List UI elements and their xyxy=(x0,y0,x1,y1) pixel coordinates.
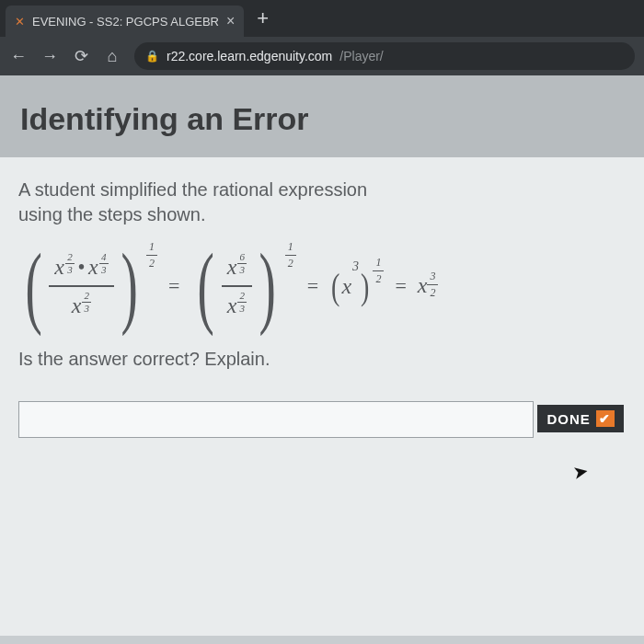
home-icon[interactable]: ⌂ xyxy=(103,47,121,66)
equals-sign: = xyxy=(395,274,406,298)
answer-input[interactable] xyxy=(18,401,534,438)
fraction-1: x 2 3 • x 4 3 xyxy=(49,252,113,320)
check-icon: ✔ xyxy=(596,410,615,427)
prompt-line-2: using the steps shown. xyxy=(18,204,205,224)
x-term: x 3 xyxy=(341,274,359,299)
tab-favicon: ✕ xyxy=(15,15,25,29)
done-button[interactable]: DONE ✔ xyxy=(537,405,623,432)
exponent: 2 3 xyxy=(65,252,75,275)
right-paren-icon: ) xyxy=(361,265,369,308)
browser-toolbar: ← → ⟳ ⌂ 🔒 r22.core.learn.edgenuity.com/P… xyxy=(0,37,644,75)
browser-tab[interactable]: ✕ EVENING - SS2: PGCPS ALGEBR × xyxy=(6,6,244,37)
fraction-2: x 6 3 x 2 3 xyxy=(222,252,253,320)
browser-tab-strip: ✕ EVENING - SS2: PGCPS ALGEBR × + xyxy=(0,0,644,37)
new-tab-button[interactable]: + xyxy=(257,6,269,30)
right-paren-icon: ) xyxy=(259,249,276,323)
left-paren-icon: ( xyxy=(198,249,214,323)
math-term-final: x 3 2 xyxy=(418,273,439,300)
content-panel: A student simplified the rational expres… xyxy=(0,157,644,636)
x-term: x 2 3 xyxy=(227,294,247,316)
cursor-icon: ➤ xyxy=(571,460,591,485)
outer-exponent: 1 2 xyxy=(146,240,157,270)
fraction-1-numerator: x 2 3 • x 4 3 xyxy=(49,252,113,282)
prompt-text: A student simplified the rational expres… xyxy=(18,178,626,227)
outer-exponent: 1 2 xyxy=(373,256,384,286)
back-icon[interactable]: ← xyxy=(9,47,28,66)
reload-icon[interactable]: ⟳ xyxy=(72,46,90,66)
url-path: /Player/ xyxy=(339,49,383,63)
url-host: r22.core.learn.edgenuity.com xyxy=(167,49,332,63)
left-paren-icon: ( xyxy=(25,249,41,323)
math-term-3: ( x 3 ) 1 2 xyxy=(329,265,371,308)
multiply-dot: • xyxy=(78,258,85,276)
forward-icon[interactable]: → xyxy=(40,47,59,66)
done-label: DONE xyxy=(546,411,590,427)
prompt-line-1: A student simplified the rational expres… xyxy=(18,179,367,200)
fraction-2-denominator: x 2 3 xyxy=(222,291,253,320)
lock-icon: 🔒 xyxy=(145,50,159,63)
tab-title: EVENING - SS2: PGCPS ALGEBR xyxy=(32,15,219,29)
equals-sign: = xyxy=(307,274,318,298)
question-text: Is the answer correct? Explain. xyxy=(18,349,626,370)
close-tab-icon[interactable]: × xyxy=(226,13,235,29)
x-term: x 2 3 xyxy=(72,294,92,316)
left-paren-icon: ( xyxy=(331,265,339,308)
exponent: 3 xyxy=(352,259,359,274)
exponent: 2 3 xyxy=(82,291,91,314)
fraction-bar xyxy=(222,285,253,287)
exponent: 2 3 xyxy=(237,291,247,314)
exponent: 3 2 xyxy=(427,270,438,300)
fraction-1-denominator: x 2 3 xyxy=(66,291,98,320)
equals-sign: = xyxy=(168,274,179,298)
page-title: Identifying an Error xyxy=(20,101,624,137)
math-term-2: ( x 6 3 x xyxy=(190,249,282,323)
right-paren-icon: ) xyxy=(121,249,137,323)
page-header: Identifying an Error xyxy=(0,75,644,157)
exponent: 6 3 xyxy=(237,252,247,275)
exponent: 4 3 xyxy=(99,252,109,275)
var-x: x xyxy=(54,256,64,278)
x-term: x 2 3 xyxy=(54,256,75,278)
x-term: x 4 3 xyxy=(88,256,109,278)
address-bar[interactable]: 🔒 r22.core.learn.edgenuity.com/Player/ xyxy=(134,42,635,70)
fraction-bar xyxy=(49,285,113,287)
math-term-1: ( x 2 3 • x 4 xyxy=(18,249,144,323)
outer-exponent: 1 2 xyxy=(285,240,296,270)
math-expression: ( x 2 3 • x 4 xyxy=(18,249,626,323)
fraction-2-numerator: x 6 3 xyxy=(222,252,253,282)
x-term: x 6 3 xyxy=(227,256,247,278)
